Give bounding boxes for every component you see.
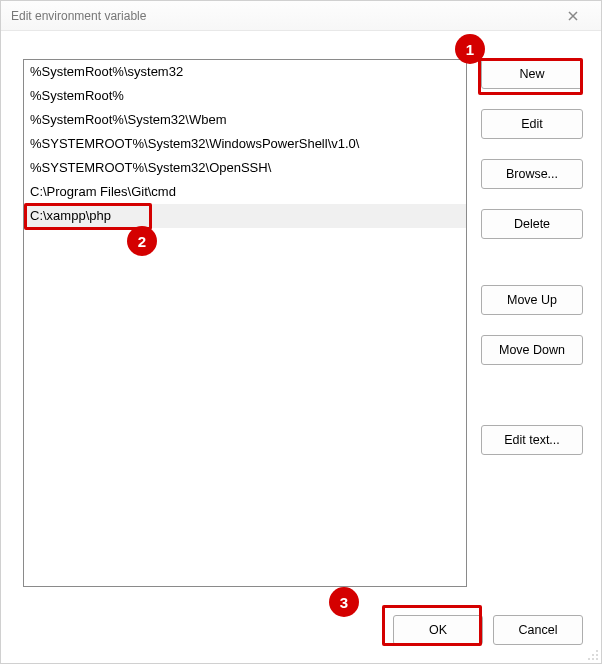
new-button[interactable]: New [481, 59, 583, 89]
ok-button[interactable]: OK [393, 615, 483, 645]
edit-text-button[interactable]: Edit text... [481, 425, 583, 455]
resize-grip-icon[interactable] [586, 648, 598, 660]
list-item[interactable]: C:\xampp\php [24, 204, 466, 228]
cancel-button[interactable]: Cancel [493, 615, 583, 645]
list-item[interactable]: %SystemRoot%\System32\Wbem [24, 108, 466, 132]
list-item[interactable]: %SystemRoot% [24, 84, 466, 108]
titlebar: Edit environment variable [1, 1, 601, 31]
move-up-button[interactable]: Move Up [481, 285, 583, 315]
close-icon [568, 11, 578, 21]
footer-buttons: OK Cancel [393, 615, 583, 645]
list-item[interactable]: %SystemRoot%\system32 [24, 60, 466, 84]
path-listbox[interactable]: %SystemRoot%\system32%SystemRoot%%System… [23, 59, 467, 587]
edit-button[interactable]: Edit [481, 109, 583, 139]
dialog-content: %SystemRoot%\system32%SystemRoot%%System… [1, 31, 601, 663]
close-button[interactable] [553, 1, 593, 31]
browse-button[interactable]: Browse... [481, 159, 583, 189]
move-down-button[interactable]: Move Down [481, 335, 583, 365]
list-item[interactable]: %SYSTEMROOT%\System32\OpenSSH\ [24, 156, 466, 180]
list-item[interactable]: C:\Program Files\Git\cmd [24, 180, 466, 204]
list-item[interactable]: %SYSTEMROOT%\System32\WindowsPowerShell\… [24, 132, 466, 156]
delete-button[interactable]: Delete [481, 209, 583, 239]
side-button-column: New Edit Browse... Delete Move Up Move D… [481, 59, 583, 587]
window-title: Edit environment variable [11, 9, 146, 23]
